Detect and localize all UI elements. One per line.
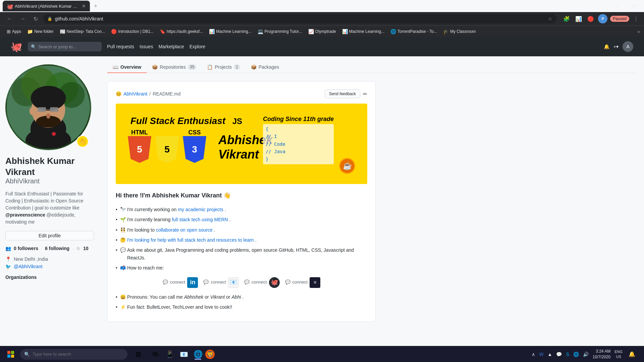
maximize-button[interactable]: □	[609, 1, 625, 11]
connect-label-2: connect	[211, 279, 226, 286]
nav-link-explore[interactable]: Explore	[190, 44, 205, 49]
tray-network-icon[interactable]: 🌐	[572, 350, 580, 358]
bookmark-db1[interactable]: 🔴 Introduction | DB1...	[108, 27, 156, 36]
organizations-label: Organizations	[5, 275, 94, 280]
bookmark-ml2[interactable]: 📊 Machine Learning...	[339, 27, 387, 36]
bookmark-geeks[interactable]: 🔖 https://auth.geeksf...	[157, 27, 206, 36]
reload-button[interactable]: ↻	[31, 14, 41, 23]
bookmark-olymptrade[interactable]: 📈 Olymptrade	[306, 27, 339, 36]
tray-chevron-icon[interactable]: ∧	[530, 350, 536, 358]
edit-profile-button[interactable]: Edit profile	[5, 231, 94, 240]
followers-count[interactable]: 0 followers	[14, 246, 38, 251]
active-tab[interactable]: 🐙 AbhiVikrant (Abhishek Kumar Vi... ✕	[3, 1, 90, 11]
taskbar-search-input[interactable]	[33, 352, 123, 357]
bio-mention1: @praveenscience	[5, 212, 45, 218]
css-badge-container: CSS 3	[183, 129, 206, 163]
help-link[interactable]: I'm looking for help with full stack tec…	[127, 236, 254, 244]
metrics-icon[interactable]: 📊	[574, 14, 583, 23]
browser-profile-button[interactable]: P	[598, 14, 607, 23]
taskbar-search-box[interactable]: 🔍	[20, 349, 127, 360]
chat-icon-1: 💬	[163, 279, 168, 286]
bookmarks-more-icon[interactable]: »	[637, 29, 640, 34]
mern-link[interactable]: full stack tech using MERN	[172, 216, 228, 223]
cuvette-icon[interactable]: ≡	[310, 277, 320, 288]
bookmark-programming-label: Programming Tutor...	[265, 29, 302, 34]
tray-skype-icon[interactable]: S	[565, 350, 570, 358]
tray-icon2[interactable]: 💬	[555, 350, 563, 358]
linkedin-icon[interactable]: in	[187, 277, 198, 288]
back-button[interactable]: ←	[4, 14, 15, 23]
close-button[interactable]: ✕	[626, 1, 641, 11]
taskbar-chrome-icon[interactable]: 🌐	[191, 348, 205, 361]
stars-count[interactable]: 10	[83, 246, 89, 251]
taskbar-brave-icon[interactable]: 🦁	[205, 350, 215, 359]
svg-rect-9	[38, 107, 46, 112]
bookmark-apps[interactable]: ⊞ Apps	[4, 27, 24, 36]
db1-icon: 🔴	[111, 29, 117, 34]
svg-point-15	[52, 132, 56, 136]
windows-logo-icon	[7, 351, 14, 358]
github-social-icon[interactable]: 🐙	[269, 277, 280, 288]
start-button[interactable]	[3, 348, 19, 361]
plus-icon[interactable]: +▾	[613, 44, 619, 49]
tray-word-icon[interactable]: W	[538, 350, 545, 358]
nav-link-marketplace[interactable]: Marketplace	[158, 44, 184, 49]
tray-icon1[interactable]: ▲	[546, 350, 554, 358]
mailbox-emoji: 📫	[120, 264, 126, 272]
send-feedback-button[interactable]: Send feedback	[325, 89, 360, 98]
banner-title: Full Stack Enthusiast	[128, 115, 228, 127]
social-cuvette: 💬 connect ≡	[285, 277, 321, 288]
location-text: New Delhi ,India	[14, 256, 48, 262]
extensions-icon[interactable]: 🧩	[562, 14, 571, 23]
email-icon[interactable]: 📧	[228, 277, 239, 288]
forward-button[interactable]: →	[17, 14, 28, 23]
user-avatar-nav[interactable]: A	[623, 41, 633, 52]
minimize-button[interactable]: —	[592, 1, 608, 11]
tab-close-button[interactable]: ✕	[82, 3, 86, 9]
taskbar-photos-icon[interactable]: 📱	[163, 348, 176, 361]
bookmark-nextstep[interactable]: 📰 NextStep- Tata Con...	[57, 27, 108, 36]
classroom-icon: 🎓	[443, 29, 449, 34]
bookmark-programming[interactable]: 💻 Programming Tutor...	[255, 27, 305, 36]
notifications-bell[interactable]: 🔔	[604, 44, 609, 49]
bookmark-star-icon[interactable]: ☆	[548, 16, 552, 21]
following-count[interactable]: 6 following	[45, 246, 69, 251]
bookmark-new-folder[interactable]: 📁 New folder	[24, 27, 56, 36]
people-icon: 👥	[5, 246, 11, 251]
profile-stats: 👥 0 followers · 6 following · ☆ 10	[5, 246, 94, 251]
taskbar-store-icon[interactable]: 🛍	[149, 348, 162, 361]
twitter-item: 🐦 @AbhiVikrant	[5, 264, 94, 269]
github-search[interactable]: 🔍 Search or jump to...	[28, 42, 102, 51]
task-view-icon[interactable]: ⊞	[131, 348, 145, 361]
tab-overview[interactable]: 📖 Overview	[107, 62, 147, 73]
new-tab-button[interactable]: +	[91, 1, 100, 11]
taskbar-mail-icon[interactable]: 📧	[177, 348, 191, 361]
tab-projects-label: Projects	[215, 64, 232, 70]
edit-pencil-icon[interactable]: ✏	[363, 91, 367, 97]
bookmark-torrent[interactable]: 🌐 TorrentParadise - To...	[388, 27, 440, 36]
tab-repositories[interactable]: 📦 Repositories 35	[147, 62, 202, 73]
nav-link-pulls[interactable]: Pull requests	[107, 44, 134, 49]
bookmark-ml1[interactable]: 📊 Machine Learning...	[206, 27, 254, 36]
list-item-working: 🔭 I'm currently working on my academic p…	[116, 206, 367, 213]
twitter-link[interactable]: @AbhiVikrant	[14, 264, 43, 269]
readme-icon: 😊	[116, 91, 121, 97]
readme-path: 😊 AbhiVikrant / README.md	[116, 91, 180, 97]
url-input[interactable]: 🔒 github.com/AbhiVikrant ☆	[43, 14, 556, 23]
list-item-funfact: ⚡ Fun fact: BulletLover, TechLover and l…	[116, 303, 367, 311]
tray-sound-icon[interactable]: 🔊	[582, 350, 590, 358]
readme-list-extra: 😄 Pronouns: You can call me Abhishek or …	[116, 293, 367, 311]
window-controls: — □ ✕	[592, 1, 641, 11]
system-clock[interactable]: 3:24 AM 10/7/2020	[593, 349, 610, 360]
tab-packages[interactable]: 📦 Packages	[246, 62, 284, 73]
academic-projects-link[interactable]: my academic projects	[178, 206, 223, 213]
sync-paused-badge[interactable]: Paused	[610, 16, 629, 22]
tab-projects[interactable]: 📋 Projects 1	[202, 62, 245, 73]
readme-user-link[interactable]: AbhiVikrant	[123, 91, 147, 97]
nav-link-issues[interactable]: Issues	[140, 44, 153, 49]
settings-icon[interactable]: ⋮	[632, 14, 640, 23]
vpn-icon[interactable]: 🔴	[586, 14, 595, 23]
notification-center-button[interactable]: 🔔	[625, 348, 639, 361]
bookmark-myclassroom[interactable]: 🎓 My Classroom	[440, 27, 479, 36]
collaborate-link[interactable]: collaborate on open source	[156, 226, 213, 234]
